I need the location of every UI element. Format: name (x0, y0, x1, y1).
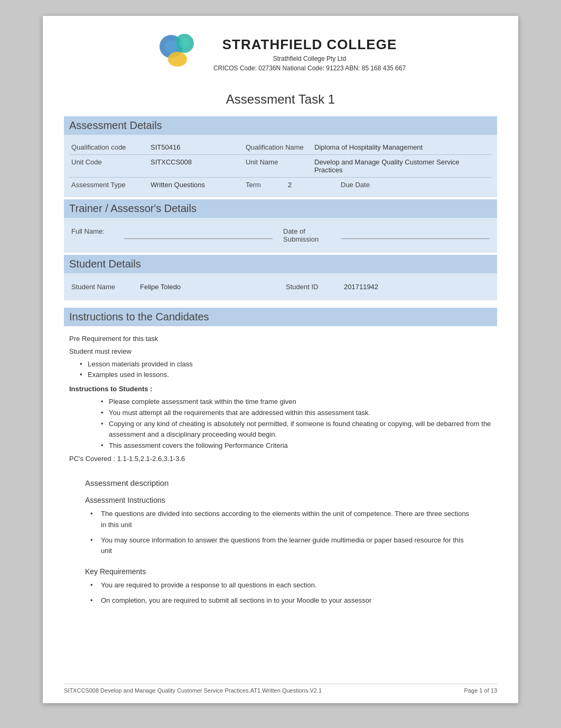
full-name-label: Full Name: (71, 227, 124, 235)
footer-left: SITXCCS008 Develop and Manage Quality Cu… (64, 687, 322, 694)
college-logo (155, 32, 203, 74)
page-footer: SITXCCS008 Develop and Manage Quality Cu… (64, 684, 497, 694)
college-sub1: Strathfield College Pty Ltd (213, 55, 406, 62)
trainer-row: Full Name: Date of Submission (69, 223, 492, 247)
unit-code-label: Unit Code (71, 158, 151, 166)
qual-row: Qualification code SIT50416 Qualificatio… (69, 140, 492, 155)
assessment-type-value: Written Questions (151, 181, 246, 189)
key-requirements-heading: Key Requirements (85, 567, 476, 576)
assessment-instructions-heading: Assessment Instructions (85, 496, 476, 504)
instructions-list: Please complete assessment task within t… (101, 397, 492, 451)
trainer-body: Full Name: Date of Submission (64, 218, 497, 253)
student-section: Student Details Student Name Felipe Tole… (64, 255, 497, 300)
term-label: Term (246, 181, 288, 189)
student-body: Student Name Felipe Toledo Student ID 20… (64, 273, 497, 300)
assessment-type-row: Assessment Type Written Questions Term 2… (69, 178, 492, 192)
footer-right: Page 1 of 13 (464, 687, 497, 694)
page: STRATHFIELD COLLEGE Strathfield College … (43, 16, 518, 703)
instructions-body: Pre Requirement for this task Student mu… (64, 326, 497, 468)
student-row: Student Name Felipe Toledo Student ID 20… (69, 279, 492, 295)
due-date-label: Due Date (341, 181, 383, 189)
desc-instr-item-2: You may source information to answer the… (90, 535, 476, 557)
unit-code-value: SITXCCS008 (151, 158, 246, 166)
assessment-details-section: Assessment Details Qualification code SI… (64, 116, 497, 197)
pre-req-text: Pre Requirement for this task (69, 334, 492, 345)
college-sub2: CRICOS Code: 02736N National Code: 91223… (213, 64, 406, 72)
instr-item-3: Copying or any kind of cheating is absol… (101, 419, 492, 441)
review-item-1: Lesson materials provided in class (80, 359, 492, 370)
description-area: Assessment description Assessment Instru… (64, 468, 497, 621)
student-must-review-text: Student must review (69, 346, 492, 357)
svg-point-3 (165, 40, 177, 53)
qual-name-value: Diploma of Hospitality Management (314, 143, 490, 151)
student-name-label: Student Name (71, 283, 140, 291)
pc-covered-text: PC's Covered : 1.1-1.5,2.1-2.6,3.1-3.6 (69, 455, 492, 463)
student-header: Student Details (64, 255, 497, 273)
qual-code-value: SIT50416 (151, 143, 246, 151)
unit-name-value: Develop and Manage Quality Customer Serv… (314, 158, 490, 174)
assessment-instructions-list: The questions are divided into sections … (90, 509, 476, 557)
desc-instr-item-1: The questions are divided into sections … (90, 509, 476, 531)
unit-row: Unit Code SITXCCS008 Unit Name Develop a… (69, 155, 492, 178)
svg-point-2 (168, 52, 187, 67)
date-submission-value[interactable] (341, 227, 490, 239)
student-id-label: Student ID (286, 283, 344, 291)
term-value: 2 (288, 181, 341, 189)
instr-item-1: Please complete assessment task within t… (101, 397, 492, 408)
trainer-header: Trainer / Assessor's Details (64, 199, 497, 218)
assessment-details-header: Assessment Details (64, 116, 497, 135)
trainer-section: Trainer / Assessor's Details Full Name: … (64, 199, 497, 253)
key-item-1: You are required to provide a response t… (90, 580, 476, 591)
assessment-type-label: Assessment Type (71, 181, 151, 189)
svg-point-4 (179, 38, 190, 49)
instructions-header: Instructions to the Candidates (64, 308, 497, 326)
student-name-value: Felipe Toledo (140, 283, 286, 291)
review-item-2: Examples used in lessons. (80, 370, 492, 381)
key-item-2: On completion, you are required to submi… (90, 595, 476, 606)
logo-area (155, 32, 203, 76)
instr-students-text: Instructions to Students : (69, 384, 492, 395)
unit-name-label: Unit Name (246, 158, 314, 166)
assessment-details-body: Qualification code SIT50416 Qualificatio… (64, 135, 497, 197)
assessment-title: Assessment Task 1 (64, 92, 497, 107)
student-id-value: 201711942 (344, 283, 490, 291)
college-name: STRATHFIELD COLLEGE (213, 36, 406, 53)
instr-item-2: You must attempt all the requirements th… (101, 408, 492, 419)
date-submission-label: Date of Submission (273, 227, 341, 243)
full-name-value[interactable] (124, 227, 273, 239)
review-list: Lesson materials provided in class Examp… (80, 359, 492, 381)
desc-heading: Assessment description (85, 478, 476, 487)
header-text: STRATHFIELD COLLEGE Strathfield College … (213, 36, 406, 72)
instr-item-4: This assessment covers the following Per… (101, 440, 492, 451)
key-requirements-list: You are required to provide a response t… (90, 580, 476, 606)
instructions-section: Instructions to the Candidates Pre Requi… (64, 308, 497, 468)
qual-code-label: Qualification code (71, 143, 151, 151)
header: STRATHFIELD COLLEGE Strathfield College … (64, 32, 497, 76)
qual-name-label: Qualification Name (246, 143, 314, 151)
